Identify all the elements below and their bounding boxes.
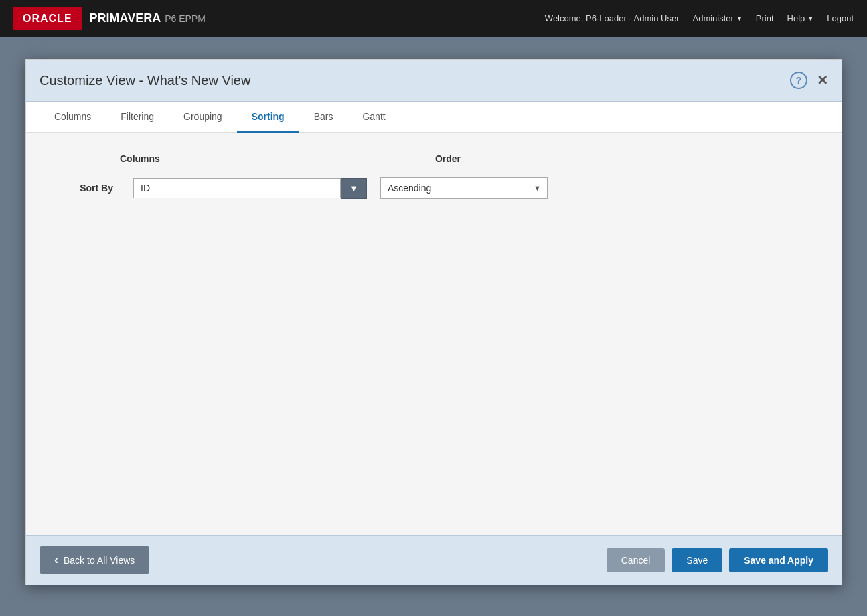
dialog-title: Customize View - What's New View (40, 73, 250, 88)
oracle-logo: ORACLE (13, 7, 82, 30)
logout-link[interactable]: Logout (827, 13, 854, 23)
welcome-text: Welcome, P6-Loader - Admin User (545, 13, 680, 23)
sort-by-column-select[interactable]: ID Name Start Date Finish Date Duration (133, 178, 341, 198)
top-navigation: ORACLE PRIMAVERA P6 EPPM Welcome, P6-Loa… (0, 0, 867, 37)
tab-bars[interactable]: Bars (299, 102, 348, 133)
order-header: Order (361, 153, 535, 164)
save-and-apply-button[interactable]: Save and Apply (729, 548, 828, 572)
footer-right-buttons: Cancel Save Save and Apply (607, 548, 828, 572)
cancel-button[interactable]: Cancel (607, 548, 665, 572)
tab-bar: Columns Filtering Grouping Sorting Bars … (26, 102, 842, 133)
dialog-header: Customize View - What's New View ? ✕ (26, 60, 842, 102)
administer-menu[interactable]: Administer (692, 13, 742, 23)
dialog-content: Columns Order Sort By ID Name Start Date… (26, 133, 842, 535)
tab-grouping[interactable]: Grouping (169, 102, 237, 133)
help-menu[interactable]: Help (787, 13, 814, 23)
customize-view-dialog: Customize View - What's New View ? ✕ Col… (25, 59, 842, 585)
print-link[interactable]: Print (756, 13, 774, 23)
back-to-all-views-button[interactable]: Back to All Views (40, 546, 149, 574)
sort-section: Columns Order Sort By ID Name Start Date… (53, 153, 815, 199)
sort-by-column-wrapper: ID Name Start Date Finish Date Duration … (133, 178, 367, 199)
save-button[interactable]: Save (672, 548, 722, 572)
dialog-header-icons: ? ✕ (790, 72, 828, 89)
sort-by-label: Sort By (53, 183, 120, 194)
tab-filtering[interactable]: Filtering (106, 102, 169, 133)
tab-gantt[interactable]: Gantt (347, 102, 400, 133)
sort-headers: Columns Order (53, 153, 815, 164)
tab-columns[interactable]: Columns (40, 102, 106, 133)
tab-sorting[interactable]: Sorting (237, 102, 299, 133)
columns-header: Columns (120, 153, 347, 164)
sort-by-row: Sort By ID Name Start Date Finish Date D… (53, 177, 815, 199)
close-icon[interactable]: ✕ (817, 72, 828, 88)
sort-by-column-dropdown-btn[interactable]: ▼ (341, 178, 367, 199)
nav-links: Welcome, P6-Loader - Admin User Administ… (545, 13, 854, 23)
dialog-footer: Back to All Views Cancel Save Save and A… (26, 535, 842, 585)
order-wrapper: Ascending Descending (380, 177, 548, 199)
p6-eppm-label: P6 EPPM (165, 13, 206, 24)
order-select[interactable]: Ascending Descending (380, 177, 548, 199)
primavera-logo: PRIMAVERA (90, 11, 161, 25)
help-icon[interactable]: ? (790, 72, 807, 89)
